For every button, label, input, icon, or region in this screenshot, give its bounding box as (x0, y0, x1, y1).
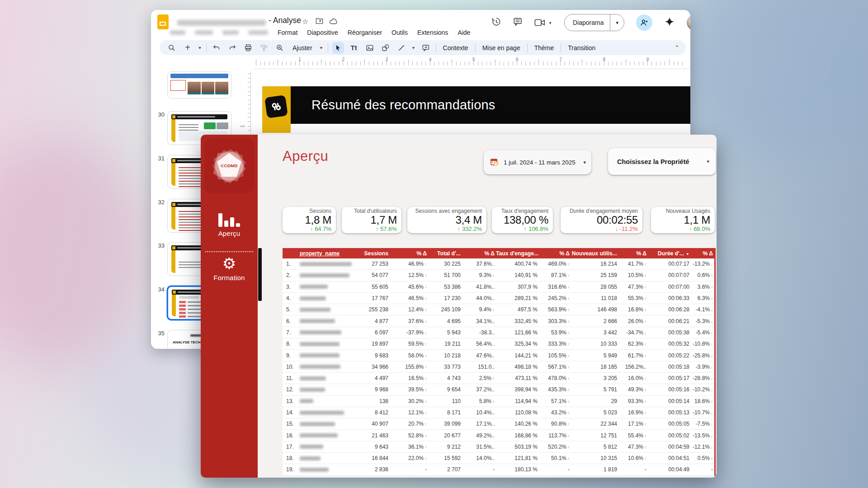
column-header[interactable]: Total d'... (428, 250, 462, 257)
column-header[interactable]: property_name (296, 250, 353, 257)
column-header[interactable]: % Δ (539, 250, 571, 257)
document-title-blurred[interactable] (177, 20, 266, 26)
i-decor (172, 159, 175, 162)
meet-camera-icon[interactable]: ▾ (534, 19, 552, 27)
share-button[interactable] (636, 14, 652, 31)
column-header[interactable]: Nouveaux utilis... (571, 250, 618, 257)
menu-diapositive[interactable]: Diapositive (307, 29, 338, 36)
row-rank: 3. (283, 284, 296, 290)
delta-cell: -5.4% ↓ (691, 329, 714, 336)
menu-item-blurred[interactable] (195, 30, 213, 35)
redo-button[interactable] (226, 42, 238, 54)
metric-cell: 00:06:33 (648, 295, 691, 301)
metric-cell: 4 695 (428, 318, 462, 324)
cloud-status-icon[interactable] (329, 18, 338, 26)
property-name-blurred (296, 319, 353, 323)
div-decor (300, 273, 349, 277)
star-icon[interactable]: ☆ (302, 17, 308, 26)
menu-aide[interactable]: Aide (458, 29, 470, 36)
data-table: property_nameSessions% ΔTotal d'...% ΔTa… (283, 248, 716, 476)
fit-zoom-caret-icon[interactable]: ▾ (319, 45, 324, 50)
arrow-up-icon: ↑ (491, 273, 495, 278)
slide-thumbnail-partial[interactable] (167, 71, 231, 99)
looker-dashboard: CCDMD Aperçu ⚙ Formation Aperçu 1 juil. … (201, 135, 717, 478)
print-button[interactable] (242, 42, 254, 54)
insert-line-button[interactable] (396, 42, 407, 54)
line-caret-icon[interactable]: ▾ (411, 45, 416, 50)
search-icon[interactable] (166, 42, 178, 54)
fit-zoom-select[interactable]: Ajuster (290, 44, 315, 52)
menu-item-blurred[interactable] (170, 30, 185, 35)
brand-name: CCDMD (221, 163, 238, 168)
version-history-icon[interactable] (491, 17, 501, 28)
account-avatar[interactable] (687, 15, 690, 30)
comment-icon[interactable] (513, 17, 523, 28)
span-decor: 31.5%.. (476, 444, 495, 450)
slide-title-banner[interactable]: Résumé des recommandations (291, 86, 690, 124)
transition-button[interactable]: Transition (565, 44, 598, 52)
delta-cell: - (618, 466, 648, 473)
zoom-icon[interactable] (274, 42, 286, 54)
menu-item-blurred[interactable] (222, 30, 239, 35)
metric-cell: 245 109 (428, 306, 462, 313)
span-decor: 435.3% (548, 386, 566, 393)
circle-decor (368, 47, 369, 47)
metric-cell: 289,21 % (496, 295, 539, 301)
column-header[interactable]: % Δ (618, 250, 648, 257)
context-button[interactable]: Contexte (440, 44, 471, 52)
column-header[interactable]: Taux d'engage... (496, 250, 539, 257)
div-decor (300, 445, 323, 449)
slideshow-button[interactable]: Diaporama (565, 19, 610, 26)
metric-cell: 00:07:07 (648, 272, 691, 278)
undo-button[interactable] (211, 42, 222, 54)
slide-accent-square[interactable] (262, 86, 291, 133)
collapse-toolbar-icon[interactable]: ⌃ (675, 44, 679, 51)
text-box-button[interactable]: Tt (348, 42, 360, 54)
span-decor: 53.9% (551, 329, 566, 336)
metric-cell: 307,9 % (496, 284, 539, 290)
column-header[interactable]: % Δ (462, 250, 496, 257)
div-decor (300, 342, 340, 346)
menu-format[interactable]: Format (278, 29, 297, 36)
i-decor (202, 82, 215, 94)
slideshow-options-caret[interactable]: ▾ (610, 20, 624, 26)
gemini-sparkle-icon[interactable] (664, 16, 675, 29)
menu-item-blurred[interactable] (248, 30, 268, 35)
camera-caret-icon[interactable]: ▾ (548, 20, 552, 25)
metric-cell: 51 700 (428, 272, 462, 278)
folder-move-icon[interactable] (316, 18, 323, 26)
menu-extensions[interactable]: Extensions (417, 29, 448, 36)
nav-formation[interactable]: ⚙ Formation (201, 256, 258, 282)
add-slide-button[interactable]: + (182, 42, 193, 54)
svg-decor (276, 44, 284, 52)
insert-comment-button[interactable] (420, 42, 432, 54)
delta-cell: 10.4%.. (462, 409, 496, 416)
arrow-up-icon: ↑ (566, 445, 570, 450)
div-decor (300, 388, 325, 392)
div-decor (179, 296, 199, 299)
delta-cell: 567.1% ↑ (539, 364, 571, 370)
nav-apercu[interactable]: Aperçu (201, 212, 258, 237)
column-header[interactable]: Sessions (353, 250, 390, 257)
i-decor (179, 127, 198, 128)
insert-shape-button[interactable] (380, 42, 392, 54)
paint-format-button[interactable] (258, 42, 270, 54)
select-tool-button[interactable] (332, 42, 344, 54)
menu-rorganiser[interactable]: Réorganiser (348, 29, 382, 36)
menu-outils[interactable]: Outils (392, 29, 408, 36)
date-range-picker[interactable]: 1 juil. 2024 - 11 mars 2025 ▾ (484, 150, 591, 174)
slides-app-icon[interactable] (157, 14, 169, 29)
svg-decor (397, 44, 406, 52)
table-row: 10.34 966155.8% ↑33 773151.0..498,18 %56… (283, 361, 714, 373)
theme-button[interactable]: Thème (532, 44, 557, 52)
layout-button[interactable]: Mise en page (480, 44, 523, 52)
column-header[interactable]: % Δ (390, 250, 428, 257)
add-slide-caret-icon[interactable]: ▾ (198, 45, 202, 50)
svg-decor (534, 19, 545, 27)
metric-cell: 00:05:02 (648, 432, 691, 439)
path-decor (493, 18, 495, 20)
column-header[interactable]: Durée d'...▼ (648, 250, 691, 257)
column-header[interactable]: % Δ (691, 250, 714, 257)
property-selector[interactable]: Choisissez la Propriété ▾ (608, 148, 716, 175)
insert-image-button[interactable] (364, 42, 376, 54)
